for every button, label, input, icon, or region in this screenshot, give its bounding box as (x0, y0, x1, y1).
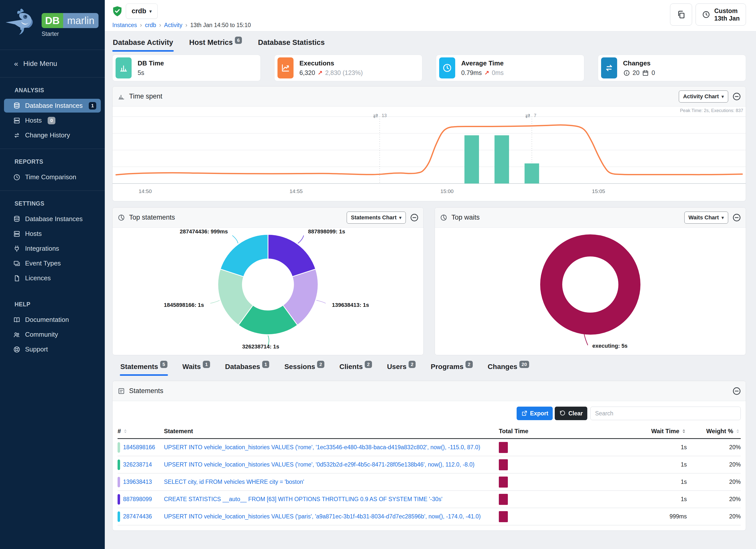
statement-color-chip (118, 460, 120, 470)
chevron-down-icon: ▾ (149, 8, 152, 14)
statements-table-header: #StatementTotal TimeWait TimeWeight % (118, 428, 741, 439)
sidebar-nav: ANALYSISDatabase Instances1Hosts0Change … (0, 77, 105, 363)
sidebar-item-label: Documentation (25, 316, 69, 324)
top-statements-header: Top statements Statements Chart ▾ (113, 208, 423, 228)
detail-tab-sessions[interactable]: Sessions2 (284, 362, 325, 376)
statement-id-link[interactable]: 287474436 (123, 513, 152, 520)
collapse-panel-icon[interactable] (732, 213, 741, 222)
column-header-[interactable]: # (118, 428, 164, 435)
collapse-panel-icon[interactable] (732, 92, 741, 101)
column-header-weight[interactable]: Weight % (687, 428, 741, 435)
top-waits-panel: Top waits Waits Chart ▾ executing: 5s (435, 207, 746, 355)
tab-database-activity[interactable]: Database Activity (112, 37, 174, 52)
instance-selector[interactable]: crdb ▾ (126, 4, 158, 19)
trend-icon (277, 57, 294, 78)
waits-chart-selector[interactable]: Waits Chart ▾ (684, 212, 728, 224)
search-input[interactable] (590, 407, 741, 420)
tab-badge: 20 (519, 361, 529, 368)
hide-menu-button[interactable]: « Hide Menu (0, 50, 105, 77)
card-delta: 0ms (492, 69, 504, 76)
detail-tab-databases[interactable]: Databases1 (225, 362, 270, 376)
statement-sql-link[interactable]: UPSERT INTO vehicle_location_histories V… (164, 444, 480, 450)
sidebar-item-database-instances[interactable]: Database Instances1 (4, 99, 101, 113)
detail-tab-programs[interactable]: Programs2 (430, 362, 473, 376)
sidebar-item-hosts[interactable]: Hosts (4, 227, 101, 241)
breadcrumb-separator: › (185, 22, 187, 29)
statement-sql-link[interactable]: UPSERT INTO vehicle_location_histories V… (164, 513, 481, 520)
card-title: Executions (300, 59, 363, 67)
sidebar-item-community[interactable]: Community (4, 328, 101, 341)
statement-id-link[interactable]: 326238714 (123, 461, 152, 468)
svg-text:13: 13 (382, 113, 387, 118)
total-time-bar (499, 459, 508, 470)
breadcrumb-link-activity[interactable]: Activity (164, 22, 182, 29)
wait-time-value: 1s (582, 479, 687, 485)
svg-text:1845898166: 1s: 1845898166: 1s (164, 302, 204, 308)
statement-sql-link[interactable]: SELECT city, id FROM vehicles WHERE city… (164, 479, 304, 485)
tab-host-metrics[interactable]: Host Metrics6 (189, 37, 243, 52)
breadcrumb: Instances›crdb›Activity›13th Jan 14:50 t… (112, 22, 251, 29)
statement-sql-link[interactable]: UPSERT INTO vehicle_location_histories V… (164, 461, 475, 468)
people-icon (13, 331, 21, 338)
detail-tab-statements[interactable]: Statements5 (120, 362, 168, 376)
sidebar-item-support[interactable]: Support (4, 342, 101, 356)
statements-chart-selector[interactable]: Statements Chart ▾ (347, 212, 406, 224)
sidebar-item-label: Integrations (25, 245, 59, 252)
sidebar-item-change-history[interactable]: Change History (4, 128, 101, 142)
detail-tab-waits[interactable]: Waits1 (182, 362, 211, 376)
statement-sql-link[interactable]: CREATE STATISTICS __auto__ FROM [63] WIT… (164, 496, 442, 502)
card-value: 5s (138, 69, 144, 76)
stat-cards: DB Time5sExecutions6,320↗2,830 (123%)Ave… (112, 55, 746, 81)
export-button[interactable]: Export (517, 407, 553, 420)
arrow-up-right-icon: ↗ (484, 69, 489, 76)
statement-id-link[interactable]: 139638413 (123, 479, 152, 485)
time-range-button[interactable]: Custom 13th Jan (696, 4, 746, 26)
chevron-double-left-icon: « (14, 59, 18, 68)
detail-tab-users[interactable]: Users2 (387, 362, 416, 376)
detail-tab-clients[interactable]: Clients2 (339, 362, 372, 376)
sidebar-item-integrations[interactable]: Integrations (4, 242, 101, 255)
statement-color-chip (118, 494, 120, 505)
detail-tab-bar: Statements5Waits1Databases1Sessions2Clie… (112, 355, 746, 376)
sidebar-item-licences[interactable]: Licences (4, 271, 101, 285)
sidebar-item-hosts[interactable]: Hosts0 (4, 114, 101, 127)
column-header-wait-time[interactable]: Wait Time (582, 428, 687, 435)
tab-badge: 1 (203, 361, 210, 368)
svg-text:15:00: 15:00 (440, 188, 454, 194)
statement-row: 287474436UPSERT INTO vehicle_location_hi… (118, 508, 741, 525)
content: DB Time5sExecutions6,320↗2,830 (123%)Ave… (105, 52, 756, 531)
activity-chart-selector[interactable]: Activity Chart ▾ (679, 90, 728, 103)
statements-donut-chart[interactable]: 887898099: 1s139638413: 1s326238714: 1s1… (113, 228, 423, 355)
card-changes: Changes200 (598, 55, 746, 81)
detail-tab-changes[interactable]: Changes20 (487, 362, 530, 376)
sidebar-item-time-comparison[interactable]: Time Comparison (4, 170, 101, 184)
activity-chart[interactable]: Peak Time: 2s, Executions: 837⇄13⇄714:50… (113, 107, 746, 201)
topbar: crdb ▾ Instances›crdb›Activity›13th Jan … (105, 0, 756, 31)
copy-link-button[interactable] (670, 4, 692, 26)
collapse-panel-icon[interactable] (410, 213, 419, 222)
sidebar-section-title: HELP (0, 299, 105, 312)
statements-table-body: 1845898166UPSERT INTO vehicle_location_h… (118, 439, 741, 525)
statement-id-link[interactable]: 887898099 (123, 496, 152, 503)
clear-button[interactable]: Clear (555, 407, 587, 420)
statements-header: Statements (113, 381, 746, 401)
statement-color-chip (118, 477, 120, 487)
breadcrumb-link-instances[interactable]: Instances (112, 22, 137, 29)
collapse-panel-icon[interactable] (732, 387, 741, 396)
sidebar-item-database-instances[interactable]: Database Instances (4, 212, 101, 226)
brand-logo[interactable]: DBmarlin Starter (0, 0, 105, 50)
sidebar-item-documentation[interactable]: Documentation (4, 313, 101, 327)
breadcrumb-link-crdb[interactable]: crdb (145, 22, 156, 29)
bars-icon (116, 57, 132, 78)
wait-time-value: 999ms (582, 513, 687, 520)
sort-icon (735, 428, 741, 434)
svg-text:14:50: 14:50 (139, 188, 152, 194)
waits-donut-chart[interactable]: executing: 5s (435, 228, 746, 355)
sidebar-item-event-types[interactable]: Event Types (4, 256, 101, 270)
pie-chart-icon (118, 214, 125, 221)
clock-icon (13, 173, 21, 181)
sidebar-item-label: Support (25, 345, 48, 353)
statement-id-link[interactable]: 1845898166 (123, 444, 155, 451)
tab-database-statistics[interactable]: Database Statistics (257, 37, 325, 52)
instance-name: crdb (132, 7, 146, 15)
